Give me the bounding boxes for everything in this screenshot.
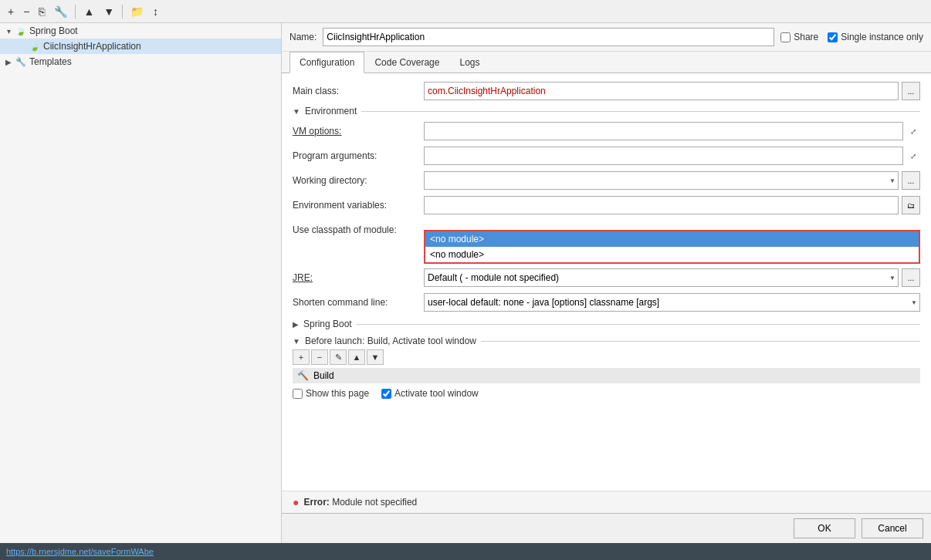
jre-underline: JRE: <box>293 272 313 283</box>
up-button[interactable]: ▲ <box>80 4 97 19</box>
classpath-label: Use classpath of module: <box>293 224 424 235</box>
share-text: Share <box>794 32 818 42</box>
shorten-cmd-select-wrapper: user-local default: none - java [options… <box>424 293 920 312</box>
before-launch-down-btn[interactable]: ▼ <box>367 349 384 365</box>
config-content: Main class: ... ▼ Environment VM options… <box>282 73 931 491</box>
env-vars-browse-btn[interactable]: 🗂 <box>902 196 920 214</box>
name-row: Name: Share Single instance only <box>282 23 931 52</box>
jre-select[interactable]: Default ( - module not specified) <box>424 268 899 287</box>
error-bar: ● Error: Module not specified <box>282 491 931 513</box>
working-dir-browse-btn[interactable]: ... <box>902 171 920 190</box>
copy-button[interactable]: ⎘ <box>36 4 48 19</box>
activate-tool-checkbox[interactable] <box>381 389 391 399</box>
down-button[interactable]: ▼ <box>100 4 117 19</box>
share-checkbox[interactable] <box>780 32 791 42</box>
jre-browse-btn[interactable]: ... <box>902 268 920 287</box>
main-class-input[interactable] <box>424 82 899 100</box>
env-vars-row: Environment variables: 🗂 <box>293 195 920 215</box>
app-label: CiicInsightHrApplication <box>43 41 141 52</box>
expand-arrow: ▾ <box>5 27 12 35</box>
cancel-button[interactable]: Cancel <box>862 518 923 538</box>
env-vars-label: Environment variables: <box>293 200 424 211</box>
program-args-expand-btn[interactable]: ⤢ <box>906 147 920 165</box>
config-button[interactable]: 🔧 <box>51 4 70 19</box>
jre-label: JRE: <box>293 272 424 283</box>
shorten-cmd-select[interactable]: user-local default: none - java [options… <box>424 293 920 312</box>
spring-boot-section: ▶ Spring Boot <box>293 319 920 329</box>
shorten-cmd-field: user-local default: none - java [options… <box>424 293 920 312</box>
working-dir-select[interactable] <box>424 171 899 190</box>
tabs-row: Configuration Code Coverage Logs <box>282 52 931 73</box>
error-text: Error: Module not specified <box>303 497 417 508</box>
program-args-label: Program arguments: <box>293 150 424 161</box>
env-section-line <box>361 111 920 112</box>
activate-tool-checkbox-label[interactable]: Activate tool window <box>381 388 479 399</box>
remove-button[interactable]: − <box>20 4 32 19</box>
classpath-option-2[interactable]: <no module> <box>425 247 919 262</box>
share-area: Share Single instance only <box>780 32 923 42</box>
build-item: 🔨 Build <box>293 368 920 383</box>
jre-field: Default ( - module not specified) ... <box>424 268 920 287</box>
templates-icon: 🔧 <box>15 57 26 67</box>
before-launch-line <box>481 341 920 342</box>
working-dir-label: Working directory: <box>293 175 424 186</box>
ok-button[interactable]: OK <box>794 518 855 538</box>
main-class-label: Main class: <box>293 86 424 96</box>
spring-boot-icon: 🍃 <box>15 26 26 36</box>
before-launch-header: ▼ Before launch: Build, Activate tool wi… <box>293 336 920 346</box>
classpath-dropdown: <no module> <no module> <box>424 230 920 264</box>
single-instance-checkbox[interactable] <box>828 32 838 42</box>
separator2 <box>122 5 123 19</box>
tab-code-coverage[interactable]: Code Coverage <box>364 52 449 73</box>
spring-section-title: Spring Boot <box>303 319 352 329</box>
activate-tool-text: Activate tool window <box>394 388 479 399</box>
tree-app[interactable]: 🍃 CiicInsightHrApplication <box>0 39 281 54</box>
tab-logs[interactable]: Logs <box>449 52 489 73</box>
before-launch-section: ▼ Before launch: Build, Activate tool wi… <box>293 336 920 399</box>
status-bar: https://b.rnersjdme.net/saveFormWAbe <box>0 543 931 560</box>
show-page-checkbox[interactable] <box>293 389 303 399</box>
vm-options-row: VM options: ⤢ <box>293 121 920 141</box>
working-dir-row: Working directory: ... <box>293 170 920 191</box>
left-panel: ▾ 🍃 Spring Boot 🍃 CiicInsightHrApplicati… <box>0 23 282 543</box>
before-launch-title: Before launch: Build, Activate tool wind… <box>305 336 476 346</box>
environment-section[interactable]: ▼ Environment <box>293 106 920 116</box>
env-vars-input[interactable] <box>424 196 899 214</box>
vm-options-underline: VM options: <box>293 126 341 137</box>
single-instance-label[interactable]: Single instance only <box>828 32 923 42</box>
share-checkbox-label[interactable]: Share <box>780 32 818 42</box>
tab-configuration[interactable]: Configuration <box>289 52 364 73</box>
before-launch-remove-btn[interactable]: − <box>311 349 328 365</box>
app-icon: 🍃 <box>29 42 40 52</box>
folder-button[interactable]: 📁 <box>127 4 147 19</box>
vm-options-label: VM options: <box>293 126 424 137</box>
before-launch-add-btn[interactable]: + <box>293 349 310 365</box>
before-launch-mini-toolbar: + − ✎ ▲ ▼ <box>293 349 920 365</box>
tree-springboot[interactable]: ▾ 🍃 Spring Boot <box>0 23 281 39</box>
program-args-row: Program arguments: ⤢ <box>293 146 920 166</box>
jre-select-wrapper: Default ( - module not specified) <box>424 268 899 287</box>
error-message: Module not specified <box>332 497 417 508</box>
before-launch-up-btn[interactable]: ▲ <box>348 349 365 365</box>
before-launch-edit-btn[interactable]: ✎ <box>330 349 347 365</box>
working-dir-select-wrapper <box>424 171 899 190</box>
classpath-row: Use classpath of module: <no module> <no… <box>293 220 920 240</box>
main-container: ▾ 🍃 Spring Boot 🍃 CiicInsightHrApplicati… <box>0 23 931 543</box>
vm-options-input[interactable] <box>424 122 903 140</box>
env-vars-field: 🗂 <box>424 196 920 214</box>
show-page-checkbox-label[interactable]: Show this page <box>293 388 369 399</box>
name-label: Name: <box>289 32 317 42</box>
status-link[interactable]: https://b.rnersjdme.net/saveFormWAbe <box>6 547 154 556</box>
sort-button[interactable]: ↕ <box>150 4 161 19</box>
before-launch-arrow: ▼ <box>293 337 300 346</box>
classpath-option-1[interactable]: <no module> <box>425 231 919 247</box>
add-button[interactable]: + <box>5 4 17 19</box>
vm-options-expand-btn[interactable]: ⤢ <box>906 122 920 140</box>
name-input[interactable] <box>323 28 774 46</box>
program-args-input[interactable] <box>424 147 903 165</box>
spring-section-header[interactable]: ▶ Spring Boot <box>293 319 920 329</box>
spring-boot-label: Spring Boot <box>29 25 78 36</box>
main-class-browse-btn[interactable]: ... <box>902 82 920 100</box>
tree-templates[interactable]: ▶ 🔧 Templates <box>0 54 281 69</box>
show-page-row: Show this page Activate tool window <box>293 388 920 399</box>
